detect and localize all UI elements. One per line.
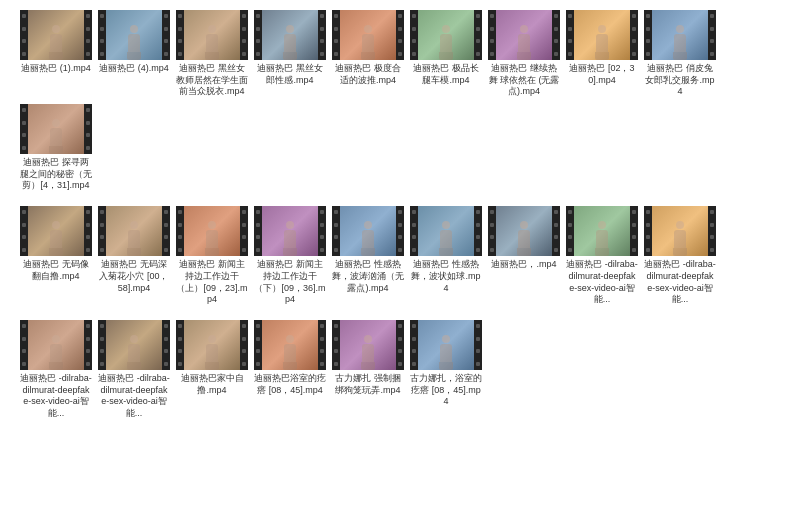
file-item[interactable]: 迪丽热巴 无码深入菊花小穴 [00，58].mp4 [98,206,170,306]
file-item[interactable]: 迪丽热巴 继续热舞 球依然在 (无露点).mp4 [488,10,560,98]
file-label: 迪丽热巴，.mp4 [488,259,560,271]
thumbnail [98,10,170,60]
file-item[interactable]: 迪丽热巴 新闻主持边工作边干（上）[09，23].mp4 [176,206,248,306]
thumbnail [332,10,404,60]
figure-silhouette [280,25,300,60]
thumbnail-wrapper [410,206,482,256]
thumbnail-image [652,206,708,256]
file-label: 迪丽热巴 (1).mp4 [20,63,92,75]
thumbnail-image [418,10,474,60]
file-item[interactable]: 迪丽热巴 -dilraba-dilmurat-deepfake-sex-vide… [644,206,716,306]
thumbnail [488,10,560,60]
film-holes-right [474,10,482,60]
file-label: 古力娜扎，浴室的疙瘩 [08，45].mp4 [410,373,482,408]
file-label: 迪丽热巴 无码像翻自撸.mp4 [20,259,92,282]
file-item[interactable]: 迪丽热巴 性感热舞，波状如球.mp4 [410,206,482,306]
thumbnail-wrapper [566,10,638,60]
file-item[interactable]: 迪丽热巴浴室的疙瘩 [08，45].mp4 [254,320,326,420]
file-item[interactable]: 迪丽热巴 (4).mp4 [98,10,170,98]
film-holes-left [566,10,574,60]
file-label: 迪丽热巴 -dilraba-dilmurat-deepfake-sex-vide… [566,259,638,306]
thumbnail [410,206,482,256]
file-item[interactable]: 迪丽热巴 无码像翻自撸.mp4 [20,206,92,306]
file-item[interactable]: 迪丽热巴 黑丝女郎性感.mp4 [254,10,326,98]
thumbnail-image [340,10,396,60]
film-holes-right [396,320,404,370]
film-holes-left [254,206,262,256]
thumbnail-wrapper [254,206,326,256]
thumbnail-wrapper [20,206,92,256]
file-item[interactable]: 迪丽热巴 [02，30].mp4 [566,10,638,98]
file-item[interactable]: 迪丽热巴 -dilraba-dilmurat-deepfake-sex-vide… [98,320,170,420]
figure-silhouette [46,335,66,370]
thumbnail-wrapper [254,320,326,370]
film-holes-left [254,10,262,60]
file-item[interactable]: 迪丽热巴 (1).mp4 [20,10,92,98]
file-item[interactable]: 古力娜扎 强制捆绑狗笼玩弄.mp4 [332,320,404,420]
file-item[interactable]: 迪丽热巴 新闻主持边工作边干（下）[09，36].mp4 [254,206,326,306]
file-item[interactable]: 迪丽热巴家中自撸.mp4 [176,320,248,420]
film-holes-left [332,320,340,370]
file-item[interactable]: 迪丽热巴 极品长腿车模.mp4 [410,10,482,98]
figure-silhouette [202,25,222,60]
film-holes-left [20,104,28,154]
thumbnail-wrapper [332,206,404,256]
film-holes-right [84,320,92,370]
file-label: 迪丽热巴 [02，30].mp4 [566,63,638,86]
thumbnail-image [106,320,162,370]
file-item[interactable]: 古力娜扎，浴室的疙瘩 [08，45].mp4 [410,320,482,420]
thumbnail-wrapper [20,104,92,154]
film-holes-left [644,10,652,60]
thumbnail [20,104,92,154]
file-label: 迪丽热巴 继续热舞 球依然在 (无露点).mp4 [488,63,560,98]
figure-silhouette [670,221,690,256]
thumbnail-wrapper [176,10,248,60]
grid-row-0: 迪丽热巴 (1).mp4迪丽热巴 (4).mp4迪丽热巴 黑丝女教师居然在学生面… [20,10,780,192]
file-item[interactable]: 迪丽热巴 -dilraba-dilmurat-deepfake-sex-vide… [566,206,638,306]
thumbnail-image [418,206,474,256]
file-label: 迪丽热巴 新闻主持边工作边干（上）[09，23].mp4 [176,259,248,306]
figure-silhouette [514,25,534,60]
file-label: 迪丽热巴 极度合适的波推.mp4 [332,63,404,86]
thumbnail-wrapper [98,320,170,370]
film-holes-right [396,206,404,256]
thumbnail-wrapper [98,206,170,256]
grid-row-2: 迪丽热巴 -dilraba-dilmurat-deepfake-sex-vide… [20,320,482,420]
film-holes-left [644,206,652,256]
thumbnail-image [340,320,396,370]
thumbnail [176,10,248,60]
figure-silhouette [46,119,66,154]
file-item[interactable]: 迪丽热巴 俏皮兔女郎乳交服务.mp4 [644,10,716,98]
thumbnail-wrapper [176,206,248,256]
film-holes-right [318,10,326,60]
thumbnail-wrapper [410,320,482,370]
file-label: 迪丽热巴 俏皮兔女郎乳交服务.mp4 [644,63,716,98]
figure-silhouette [202,335,222,370]
file-label: 迪丽热巴 -dilraba-dilmurat-deepfake-sex-vide… [98,373,170,420]
thumbnail-wrapper [254,10,326,60]
thumbnail [488,206,560,256]
file-label: 迪丽热巴 无码深入菊花小穴 [00，58].mp4 [98,259,170,294]
file-item[interactable]: 迪丽热巴 探寻两腿之间的秘密（无剪）[4，31].mp4 [20,104,92,192]
thumbnail [98,320,170,370]
file-label: 迪丽热巴 探寻两腿之间的秘密（无剪）[4，31].mp4 [20,157,92,192]
figure-silhouette [280,335,300,370]
file-item[interactable]: 迪丽热巴，.mp4 [488,206,560,306]
file-item[interactable]: 迪丽热巴 -dilraba-dilmurat-deepfake-sex-vide… [20,320,92,420]
thumbnail [254,206,326,256]
film-holes-left [20,10,28,60]
file-label: 迪丽热巴 新闻主持边工作边干（下）[09，36].mp4 [254,259,326,306]
thumbnail [176,320,248,370]
thumbnail [644,10,716,60]
thumbnail-wrapper [488,206,560,256]
file-item[interactable]: 迪丽热巴 性感热舞，波涛汹涌（无露点).mp4 [332,206,404,306]
thumbnail [566,10,638,60]
film-holes-right [162,10,170,60]
thumbnail [176,206,248,256]
file-item[interactable]: 迪丽热巴 极度合适的波推.mp4 [332,10,404,98]
file-label: 迪丽热巴家中自撸.mp4 [176,373,248,396]
thumbnail-wrapper [488,10,560,60]
thumbnail-image [28,206,84,256]
thumbnail-image [262,206,318,256]
file-item[interactable]: 迪丽热巴 黑丝女教师居然在学生面前当众脱衣.mp4 [176,10,248,98]
